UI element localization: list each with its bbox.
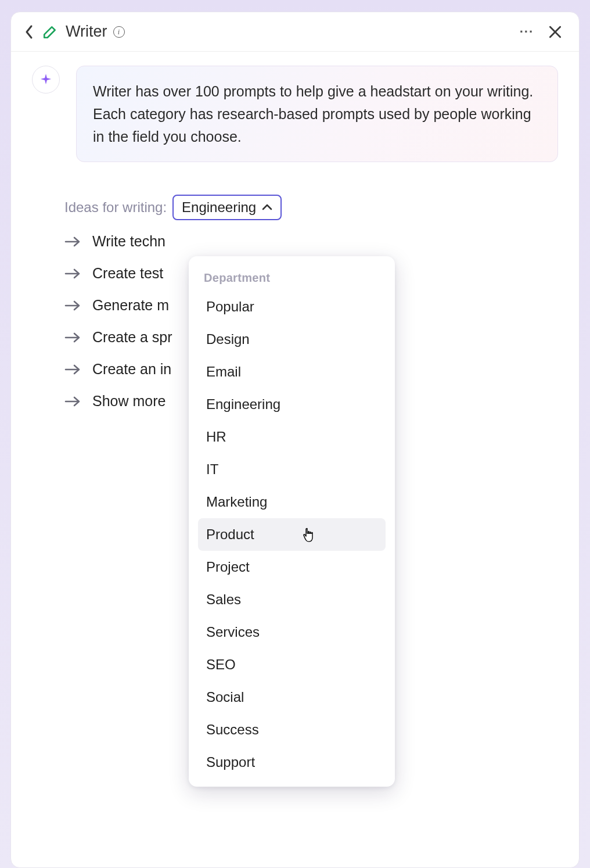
writer-panel: Writer i ··· Writer has over 100 prompts… [10, 12, 580, 868]
menu-item-label: Support [206, 754, 255, 770]
suggestion-label: Create test [92, 265, 163, 282]
menu-item-social[interactable]: Social [198, 681, 386, 713]
menu-item-marketing[interactable]: Marketing [198, 486, 386, 518]
menu-item-label: SEO [206, 657, 236, 672]
arrow-right-icon [64, 332, 81, 343]
header-right: ··· [520, 24, 563, 40]
menu-item-design[interactable]: Design [198, 323, 386, 356]
intro-text: Writer has over 100 prompts to help give… [93, 83, 533, 145]
pencil-icon [42, 24, 57, 40]
menu-item-label: Design [206, 331, 250, 347]
menu-item-label: Project [206, 559, 250, 575]
arrow-right-icon [64, 364, 81, 375]
menu-item-it[interactable]: IT [198, 453, 386, 486]
menu-item-popular[interactable]: Popular [198, 290, 386, 323]
menu-item-label: Services [206, 624, 260, 640]
chevron-left-icon [24, 24, 34, 40]
department-menu: Department PopularDesignEmailEngineering… [189, 256, 395, 787]
close-button[interactable] [548, 24, 563, 40]
menu-item-label: Sales [206, 591, 241, 607]
suggestion-label: Generate m [92, 297, 169, 314]
menu-item-label: Popular [206, 299, 254, 314]
menu-item-label: Social [206, 689, 244, 705]
header-left: Writer i [24, 23, 125, 41]
panel-header: Writer i ··· [11, 12, 579, 52]
menu-item-success[interactable]: Success [198, 713, 386, 746]
menu-item-label: Product [206, 526, 254, 542]
arrow-right-icon [64, 236, 81, 248]
menu-item-engineering[interactable]: Engineering [198, 388, 386, 421]
menu-item-label: IT [206, 461, 218, 477]
menu-item-email[interactable]: Email [198, 356, 386, 388]
more-options-button[interactable]: ··· [520, 24, 534, 40]
suggestion-item[interactable]: Write techn [64, 233, 558, 250]
menu-item-sales[interactable]: Sales [198, 583, 386, 616]
menu-item-product[interactable]: Product [198, 518, 386, 551]
close-icon [548, 24, 563, 40]
category-dropdown[interactable]: Engineering [172, 195, 282, 220]
suggestion-label: Create an in [92, 361, 171, 378]
intro-row: Writer has over 100 prompts to help give… [32, 66, 558, 162]
menu-item-label: Email [206, 364, 241, 379]
menu-section-label: Department [198, 268, 386, 290]
menu-item-label: Marketing [206, 494, 267, 510]
arrow-right-icon [64, 396, 81, 407]
menu-item-support[interactable]: Support [198, 746, 386, 779]
menu-item-services[interactable]: Services [198, 616, 386, 648]
suggestion-label: Show more [92, 393, 166, 410]
sparkle-icon [39, 73, 52, 86]
arrow-right-icon [64, 268, 81, 279]
edit-button[interactable] [42, 24, 57, 40]
pointer-cursor-icon [302, 527, 316, 543]
arrow-right-icon [64, 300, 81, 311]
menu-item-label: Success [206, 722, 259, 737]
panel-title-wrap: Writer i [66, 23, 125, 41]
suggestion-label: Create a spr [92, 329, 172, 346]
intro-card: Writer has over 100 prompts to help give… [76, 66, 558, 162]
suggestion-label: Write techn [92, 233, 166, 250]
ideas-label: Ideas for writing: [64, 199, 167, 216]
menu-item-label: HR [206, 429, 226, 444]
ellipsis-icon: ··· [520, 24, 534, 40]
ideas-row: Ideas for writing: Engineering [64, 195, 558, 220]
category-selected: Engineering [182, 199, 256, 216]
info-icon[interactable]: i [113, 26, 125, 38]
menu-item-hr[interactable]: HR [198, 421, 386, 453]
ai-avatar [32, 66, 60, 94]
chevron-up-icon [262, 203, 272, 211]
panel-title: Writer [66, 23, 107, 41]
menu-item-project[interactable]: Project [198, 551, 386, 583]
menu-item-label: Engineering [206, 396, 280, 412]
menu-item-seo[interactable]: SEO [198, 648, 386, 681]
back-button[interactable] [24, 24, 34, 40]
